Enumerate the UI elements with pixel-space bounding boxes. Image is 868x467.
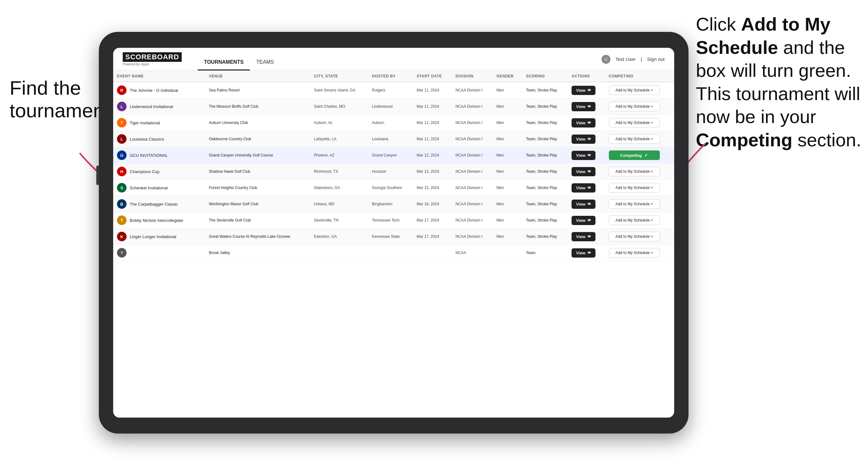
view-button[interactable]: View 👁 — [571, 151, 595, 160]
event-name-cell: B The Carpetbagger Classic — [113, 196, 205, 212]
view-button[interactable]: View 👁 — [571, 102, 595, 111]
competing-cell: Add to My Schedule + — [605, 180, 674, 196]
eye-icon: 👁 — [588, 153, 591, 157]
view-button[interactable]: View 👁 — [571, 216, 595, 225]
city-cell: Eatonton, GA — [310, 228, 368, 245]
user-name: Test User — [616, 56, 636, 62]
city-cell: Statesboro, GA — [310, 180, 368, 196]
gender-cell: Men — [493, 196, 522, 212]
scoring-cell: Team, — [522, 245, 568, 261]
gender-cell: Men — [493, 131, 522, 147]
city-cell: Lafayette, LA — [310, 131, 368, 147]
event-name-cell: L Louisiana Classics — [113, 131, 205, 147]
nav-tab-teams[interactable]: TEAMS — [250, 48, 280, 70]
table-row: ? Brook ValleyNCAATeam, View 👁 Add to My… — [113, 245, 674, 261]
gender-cell: Men — [493, 98, 522, 115]
view-button[interactable]: View 👁 — [571, 199, 595, 209]
start-date-cell: Mar 17, 2024 — [413, 212, 452, 228]
eye-icon: 👁 — [588, 137, 591, 141]
start-date-cell: Mar 13, 2024 — [413, 163, 452, 180]
eye-icon: 👁 — [588, 186, 591, 190]
start-date-cell: Mar 17, 2024 — [413, 228, 452, 245]
view-button[interactable]: View 👁 — [571, 134, 595, 144]
table-container: EVENT NAME VENUE CITY, STATE HOSTED BY S… — [113, 71, 674, 417]
add-to-schedule-button[interactable]: Add to My Schedule + — [609, 118, 660, 127]
venue-cell: Forest Heights Country Club — [205, 180, 310, 196]
divider: | — [641, 56, 642, 62]
view-button[interactable]: View 👁 — [571, 167, 595, 176]
add-to-schedule-button[interactable]: Add to My Schedule + — [609, 232, 660, 241]
table-header-row: EVENT NAME VENUE CITY, STATE HOSTED BY S… — [113, 71, 674, 82]
actions-cell: View 👁 — [568, 115, 605, 131]
competing-cell: Add to My Schedule + — [605, 196, 674, 212]
division-cell: NCAA Division I — [452, 115, 493, 131]
division-cell: NCAA Division I — [452, 163, 493, 180]
actions-cell: View 👁 — [568, 245, 605, 261]
actions-cell: View 👁 — [568, 212, 605, 228]
tablet-frame: SCOREBOARD Powered by clippd TOURNAMENTS… — [99, 32, 688, 434]
competing-cell: Add to My Schedule + — [605, 212, 674, 228]
view-button[interactable]: View 👁 — [571, 232, 595, 241]
add-to-schedule-button[interactable]: Add to My Schedule + — [609, 102, 660, 111]
col-gender: GENDER — [493, 71, 522, 82]
hosted-by-cell: Auburn — [368, 115, 413, 131]
sign-out-link[interactable]: Sign out — [647, 56, 664, 62]
add-to-schedule-button[interactable]: Add to My Schedule + — [609, 167, 660, 176]
add-to-schedule-button[interactable]: Add to My Schedule + — [609, 248, 660, 257]
add-to-schedule-button[interactable]: Add to My Schedule + — [609, 183, 660, 192]
division-cell: NCAA Division I — [452, 98, 493, 115]
city-cell: Saint Charles, MO — [310, 98, 368, 115]
start-date-cell: Mar 11, 2024 — [413, 82, 452, 98]
eye-icon: 👁 — [588, 235, 591, 239]
gender-cell: Men — [493, 147, 522, 163]
app-header: SCOREBOARD Powered by clippd TOURNAMENTS… — [113, 48, 674, 71]
venue-cell: Grand Canyon University Golf Course — [205, 147, 310, 163]
col-division: DIVISION — [452, 71, 493, 82]
table-body: R The Johnnie - O Individual Sea Palms R… — [113, 82, 674, 261]
gender-cell: Men — [493, 115, 522, 131]
division-cell: NCAA Division I — [452, 228, 493, 245]
add-to-schedule-button[interactable]: Add to My Schedule + — [609, 199, 660, 209]
eye-icon: 👁 — [588, 169, 591, 174]
actions-cell: View 👁 — [568, 196, 605, 212]
start-date-cell: Mar 11, 2024 — [413, 131, 452, 147]
city-cell: Sevierville, TN — [310, 212, 368, 228]
app-logo: SCOREBOARD — [123, 52, 182, 62]
add-to-schedule-button[interactable]: Add to My Schedule + — [609, 134, 660, 144]
city-cell: Richmond, TX — [310, 163, 368, 180]
competing-cell: Add to My Schedule + — [605, 228, 674, 245]
col-venue: VENUE — [205, 71, 310, 82]
add-to-schedule-button[interactable]: Add to My Schedule + — [609, 216, 660, 225]
col-start-date: START DATE — [413, 71, 452, 82]
view-button[interactable]: View 👁 — [571, 248, 595, 257]
city-cell: Auburn, AL — [310, 115, 368, 131]
col-event-name: EVENT NAME — [113, 71, 205, 82]
view-button[interactable]: View 👁 — [571, 183, 595, 192]
hosted-by-cell: Louisiana — [368, 131, 413, 147]
competing-button[interactable]: Competing ✓ — [609, 151, 660, 160]
division-cell: NCAA — [452, 245, 493, 261]
eye-icon: 👁 — [588, 121, 591, 125]
view-button[interactable]: View 👁 — [571, 86, 595, 95]
event-name-cell: T Tiger Invitational — [113, 115, 205, 131]
eye-icon: 👁 — [588, 104, 591, 108]
gender-cell: Men — [493, 82, 522, 98]
hosted-by-cell: Kennesaw State — [368, 228, 413, 245]
gender-cell: Men — [493, 212, 522, 228]
venue-cell: Sea Palms Resort — [205, 82, 310, 98]
venue-cell: Oakbourne Country Club — [205, 131, 310, 147]
venue-cell: The Sevierville Golf Club — [205, 212, 310, 228]
competing-cell: Add to My Schedule + — [605, 115, 674, 131]
hosted-by-cell: Georgia Southern — [368, 180, 413, 196]
nav-tab-tournaments[interactable]: TOURNAMENTS — [198, 48, 250, 70]
hosted-by-cell: Grand Canyon — [368, 147, 413, 163]
venue-cell: Great Waters Course At Reynolds Lake Oco… — [205, 228, 310, 245]
table-row: K Linger Longer Invitational Great Water… — [113, 228, 674, 245]
table-row: B The Carpetbagger Classic Worthington M… — [113, 196, 674, 212]
actions-cell: View 👁 — [568, 98, 605, 115]
add-to-schedule-button[interactable]: Add to My Schedule + — [609, 86, 660, 95]
event-name-cell: K Linger Longer Invitational — [113, 228, 205, 245]
view-button[interactable]: View 👁 — [571, 118, 595, 127]
col-city-state: CITY, STATE — [310, 71, 368, 82]
check-icon: ✓ — [644, 153, 648, 158]
